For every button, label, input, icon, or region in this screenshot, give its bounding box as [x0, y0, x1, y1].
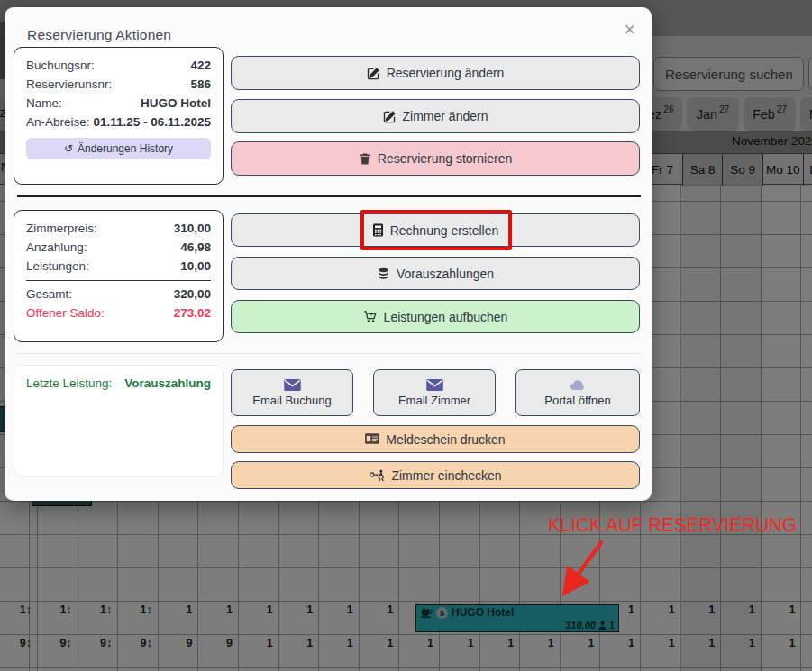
total-label: Gesamt: [26, 285, 72, 304]
services-value: 10,00 [180, 257, 211, 276]
email-room-label: Email Zimmer [398, 394, 470, 407]
open-balance-value: 273,02 [174, 304, 211, 322]
last-service-box: Letzte Leistung: Vorauszahlung [14, 365, 224, 477]
cancel-reservation-label: Reservierung stornieren [378, 151, 512, 166]
print-registration-button[interactable]: Meldeschein drucken [231, 425, 640, 453]
create-invoice-button[interactable]: Rechnung erstellen [231, 213, 640, 247]
dates-label: An-Abreise: [26, 113, 90, 131]
check-in-key-person-icon [369, 469, 385, 482]
open-portal-label: Portal öffnen [544, 394, 610, 407]
create-invoice-label: Rechnung erstellen [390, 223, 499, 238]
changes-history-button[interactable]: ↺ Änderungen History [26, 138, 211, 159]
edit-room-button[interactable]: Zimmer ändern [231, 99, 640, 133]
cloud-icon [570, 379, 587, 391]
last-service-label: Letzte Leistung: [26, 374, 112, 393]
app-screenshot: Dez26Jan27Feb27Mär27 z November 2025 Fr … [0, 0, 812, 671]
registration-card-icon [365, 433, 379, 445]
last-service-value: Vorauszahlung [124, 374, 211, 393]
prepayments-label: Vorauszahlungen [397, 267, 494, 281]
add-services-label: Leistungen aufbuchen [384, 310, 508, 324]
reservation-number: 586 [190, 75, 211, 94]
open-portal-button[interactable]: Portal öffnen [515, 369, 640, 416]
name-label: Name: [26, 94, 62, 113]
edit-reservation-label: Reservierung ändern [387, 66, 505, 80]
prepayments-button[interactable]: Vorauszahlungen [231, 257, 640, 290]
section-divider [17, 195, 641, 197]
check-in-button[interactable]: Zimmer einchecken [231, 461, 640, 489]
email-booking-label: Email Buchung [252, 394, 331, 407]
booking-label: Buchungsnr: [26, 56, 95, 75]
cart-plus-icon [363, 310, 378, 323]
envelope-icon [426, 379, 443, 391]
dialog-title: Reservierung Aktionen [27, 27, 171, 43]
cancel-reservation-button[interactable]: Reservierung stornieren [231, 141, 640, 176]
edit-icon [367, 67, 380, 80]
edit-icon [383, 110, 397, 123]
trash-icon [359, 152, 371, 166]
edit-reservation-button[interactable]: Reservierung ändern [231, 56, 640, 90]
services-label: Leistungen: [26, 257, 89, 276]
guest-name: HUGO Hotel [141, 94, 211, 113]
email-room-button[interactable]: Email Zimmer [373, 369, 496, 416]
stay-dates: 01.11.25 - 06.11.2025 [93, 113, 211, 131]
changes-history-label: Änderungen History [78, 142, 173, 155]
envelope-icon [284, 379, 301, 391]
reservation-label: Reservierunsnr: [26, 75, 112, 94]
edit-room-label: Zimmer ändern [403, 109, 488, 123]
booking-number: 422 [190, 56, 211, 75]
add-services-button[interactable]: Leistungen aufbuchen [231, 300, 640, 333]
pricing-box: Zimmerpreis:310,00 Anzahlung:46,98 Leist… [14, 210, 224, 342]
open-balance-label: Offener Saldo: [26, 304, 105, 322]
pricing-divider [26, 280, 211, 281]
room-price-value: 310,00 [174, 219, 211, 238]
calculator-icon [372, 223, 384, 237]
history-icon: ↺ [64, 142, 73, 155]
section-divider-light [17, 353, 641, 354]
total-value: 320,00 [174, 285, 211, 304]
room-price-label: Zimmerpreis: [26, 219, 97, 238]
email-booking-button[interactable]: Email Buchung [231, 369, 353, 416]
coins-icon [377, 267, 390, 280]
reservation-actions-dialog: Reservierung Aktionen × Buchungsnr:422 R… [5, 7, 652, 501]
close-icon[interactable]: × [624, 20, 635, 40]
deposit-value: 46,98 [180, 238, 211, 257]
print-registration-label: Meldeschein drucken [386, 432, 505, 447]
check-in-label: Zimmer einchecken [391, 468, 501, 483]
deposit-label: Anzahlung: [26, 238, 87, 257]
booking-info-box: Buchungsnr:422 Reservierunsnr:586 Name:H… [14, 47, 224, 185]
